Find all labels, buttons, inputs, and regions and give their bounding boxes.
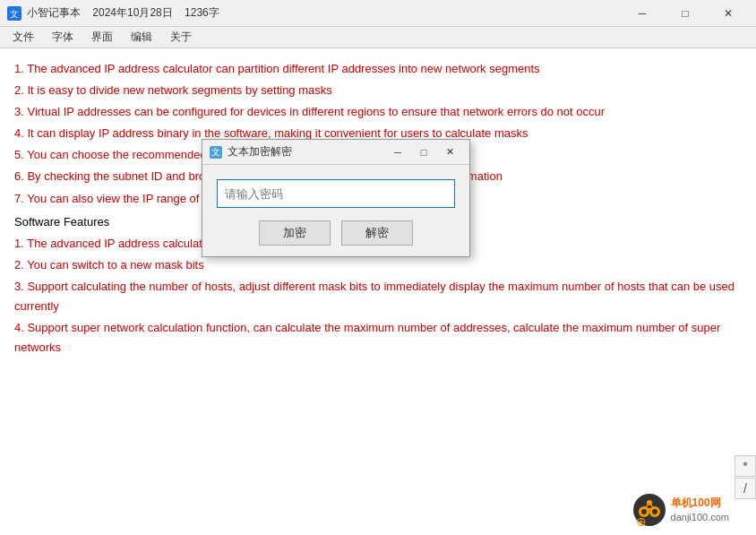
- menu-edit[interactable]: 编辑: [122, 28, 161, 47]
- dialog-icon: 文: [210, 146, 222, 159]
- line-1: 1. The advanced IP address calculator ca…: [14, 59, 742, 79]
- menu-about[interactable]: 关于: [161, 28, 201, 47]
- app-icon: 文: [7, 6, 21, 21]
- dialog-close-button[interactable]: ✕: [437, 142, 462, 162]
- watermark-site-url: danji100.com: [671, 511, 729, 523]
- watermark-text-block: 单机100网 danji100.com: [671, 496, 729, 523]
- date-text: 2024年10月28日: [92, 6, 172, 19]
- content-area: 1. The advanced IP address calculator ca…: [0, 48, 756, 508]
- maximize-button[interactable]: □: [665, 0, 706, 27]
- window-controls: ─ □ ✕: [622, 0, 749, 27]
- sub-line-4: 4. Support super network calculation fun…: [14, 318, 742, 358]
- svg-rect-7: [647, 508, 652, 510]
- title-bar-text: 小智记事本 2024年10月28日 1236字: [27, 5, 622, 21]
- menu-file[interactable]: 文件: [4, 28, 43, 47]
- encrypt-decrypt-dialog: 文 文本加密解密 ─ □ ✕ 加密 解密: [202, 139, 470, 257]
- dialog-body: 加密 解密: [202, 165, 469, 256]
- svg-text:文: 文: [10, 9, 19, 19]
- svg-point-6: [652, 509, 657, 514]
- close-button[interactable]: ✕: [708, 0, 749, 27]
- word-count: 1236字: [185, 6, 219, 19]
- line-2: 2. It is easy to divide new network segm…: [14, 81, 742, 100]
- decrypt-button[interactable]: 解密: [341, 220, 413, 246]
- menu-bar: 文件 字体 界面 编辑 关于: [0, 27, 756, 48]
- dialog-action-buttons: 加密 解密: [217, 220, 455, 246]
- watermark: ⊕ 单机100网 danji100.com: [631, 492, 729, 528]
- watermark-logo: ⊕: [631, 492, 667, 528]
- sub-line-3: 3. Support calculating the number of hos…: [14, 277, 742, 316]
- password-input[interactable]: [217, 179, 455, 208]
- dialog-title-bar: 文 文本加密解密 ─ □ ✕: [202, 140, 469, 165]
- dialog-title-text: 文本加密解密: [228, 144, 385, 160]
- app-name: 小智记事本: [27, 6, 81, 19]
- minimize-button[interactable]: ─: [622, 0, 663, 27]
- line-3: 3. Virtual IP addresses can be configure…: [14, 102, 742, 122]
- dialog-maximize-button[interactable]: □: [411, 142, 436, 162]
- menu-interface[interactable]: 界面: [82, 28, 122, 47]
- menu-font[interactable]: 字体: [43, 28, 82, 47]
- title-bar: 文 小智记事本 2024年10月28日 1236字 ─ □ ✕: [0, 0, 756, 27]
- dialog-controls: ─ □ ✕: [385, 142, 462, 162]
- dialog-minimize-button[interactable]: ─: [385, 142, 410, 162]
- star-button[interactable]: *: [735, 455, 756, 477]
- watermark-site-name: 单机100网: [671, 496, 729, 511]
- encrypt-button[interactable]: 加密: [259, 220, 331, 246]
- slash-button[interactable]: /: [735, 478, 756, 499]
- sub-line-2: 2. You can switch to a new mask bits: [14, 255, 742, 275]
- side-buttons: * /: [735, 455, 756, 499]
- svg-text:⊕: ⊕: [636, 514, 647, 528]
